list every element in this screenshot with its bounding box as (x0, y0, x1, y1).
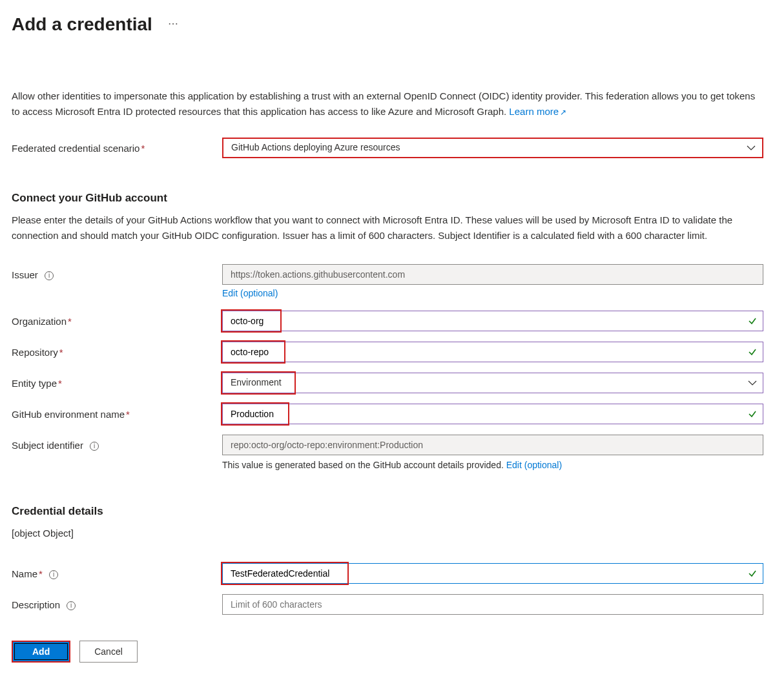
cancel-button[interactable]: Cancel (79, 641, 138, 663)
external-link-icon: ↗ (560, 108, 566, 117)
env-name-label: GitHub environment name* (12, 404, 222, 421)
entity-type-value: Environment (231, 376, 282, 389)
entity-type-dropdown[interactable]: Environment (222, 373, 763, 393)
required-indicator: * (68, 316, 72, 327)
info-icon[interactable]: i (67, 601, 76, 610)
name-input[interactable] (222, 563, 763, 584)
required-indicator: * (39, 568, 43, 579)
chevron-down-icon (747, 145, 756, 150)
github-description: Please enter the details of your GitHub … (12, 212, 763, 243)
credential-heading: Credential details (12, 504, 763, 519)
description-label: Description i (12, 594, 222, 612)
intro-text: Allow other identities to impersonate th… (12, 88, 763, 119)
scenario-dropdown[interactable]: GitHub Actions deploying Azure resources (222, 138, 763, 158)
intro-body: Allow other identities to impersonate th… (12, 90, 755, 117)
check-icon (748, 347, 757, 356)
required-indicator: * (59, 347, 63, 358)
scenario-value: GitHub Actions deploying Azure resources (231, 141, 400, 154)
repository-input[interactable] (222, 342, 763, 362)
info-icon[interactable]: i (45, 271, 54, 280)
scenario-label: Federated credential scenario* (12, 138, 222, 155)
organization-input[interactable] (222, 311, 763, 331)
page-title: Add a credential (12, 12, 152, 37)
info-icon[interactable]: i (49, 570, 58, 579)
env-name-input[interactable] (222, 404, 763, 424)
github-heading: Connect your GitHub account (12, 190, 763, 206)
repository-label: Repository* (12, 342, 222, 359)
required-indicator: * (58, 378, 62, 389)
learn-more-link[interactable]: Learn more↗ (509, 106, 566, 117)
issuer-edit-link[interactable]: Edit (optional) (222, 287, 278, 300)
name-label: Name* i (12, 563, 222, 581)
chevron-down-icon (748, 380, 757, 386)
entity-type-label: Entity type* (12, 373, 222, 390)
required-indicator: * (126, 409, 130, 420)
required-indicator: * (141, 143, 145, 154)
organization-label: Organization* (12, 311, 222, 328)
add-button[interactable]: Add (12, 641, 70, 663)
check-icon (748, 569, 757, 578)
issuer-input (222, 264, 763, 285)
more-actions-icon[interactable]: ⋯ (168, 17, 180, 31)
subject-label: Subject identifier i (12, 435, 222, 452)
description-input[interactable] (222, 594, 763, 615)
subject-input (222, 435, 763, 455)
subject-helper: This value is generated based on the Git… (222, 459, 763, 472)
check-icon (748, 316, 757, 325)
check-icon (748, 409, 757, 418)
info-icon[interactable]: i (90, 442, 99, 451)
credential-description: [object Object] (12, 526, 763, 541)
subject-edit-link[interactable]: Edit (optional) (506, 460, 562, 470)
issuer-label: Issuer i (12, 264, 222, 282)
